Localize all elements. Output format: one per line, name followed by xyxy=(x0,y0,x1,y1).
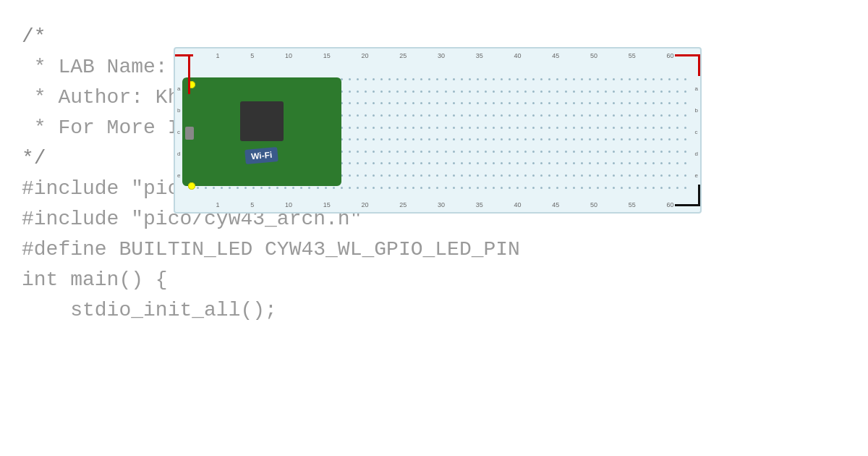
breadboard-hole xyxy=(349,174,351,177)
dot-cell xyxy=(546,158,553,169)
dot-cell xyxy=(482,158,489,169)
dot-cell xyxy=(610,122,617,133)
breadboard-hole xyxy=(380,114,383,117)
dot-cell xyxy=(458,86,465,98)
dot-cell xyxy=(594,110,601,122)
dot-cell xyxy=(578,170,585,182)
dot-cell xyxy=(346,158,353,169)
dot-cell xyxy=(650,182,658,193)
dot-cell xyxy=(674,158,681,169)
breadboard-hole xyxy=(428,162,430,164)
dot-cell xyxy=(658,122,665,133)
dot-cell xyxy=(346,110,353,122)
breadboard-hole xyxy=(420,138,422,140)
breadboard-hole xyxy=(420,174,422,177)
breadboard-hole xyxy=(412,102,414,104)
breadboard-hole xyxy=(317,187,319,189)
dot-cell xyxy=(482,134,489,145)
breadboard-hole xyxy=(597,174,599,177)
breadboard-hole xyxy=(404,138,407,140)
breadboard-hole xyxy=(668,138,671,140)
breadboard-hole xyxy=(445,187,447,189)
wire-red-top-left-horiz xyxy=(175,54,193,56)
breadboard-hole xyxy=(524,127,527,129)
breadboard-hole xyxy=(565,78,567,80)
dot-cell xyxy=(538,74,545,85)
dot-cell xyxy=(554,170,561,182)
breadboard-hole xyxy=(349,138,351,140)
dot-cell xyxy=(370,122,377,133)
breadboard-hole xyxy=(684,90,686,93)
breadboard-hole xyxy=(436,151,438,153)
breadboard-hole xyxy=(613,187,615,189)
dot-cell xyxy=(538,86,545,98)
breadboard-hole xyxy=(453,127,455,129)
breadboard-hole xyxy=(477,78,479,80)
dot-cell xyxy=(578,98,585,109)
breadboard-hole xyxy=(556,162,558,164)
dot-cell xyxy=(490,158,497,169)
breadboard-hole xyxy=(637,151,639,153)
breadboard-hole xyxy=(308,187,310,189)
dot-cell xyxy=(410,122,417,133)
dot-cell xyxy=(362,146,369,158)
dot-cell xyxy=(498,134,505,145)
breadboard-hole xyxy=(684,187,686,189)
breadboard-hole xyxy=(660,127,663,129)
breadboard-hole xyxy=(509,114,511,117)
dot-cell xyxy=(474,74,481,85)
breadboard-hole xyxy=(380,90,383,93)
dot-cell xyxy=(434,182,441,193)
dot-cell xyxy=(362,134,369,145)
dot-cell xyxy=(458,98,465,109)
breadboard-hole xyxy=(349,187,351,189)
breadboard-hole xyxy=(493,78,495,80)
breadboard-hole xyxy=(637,187,639,189)
breadboard-hole xyxy=(629,162,631,164)
pico-w-board: Wi-Fi xyxy=(182,77,341,186)
breadboard-hole xyxy=(365,138,367,140)
breadboard-hole xyxy=(501,114,503,117)
breadboard-container: 15101520 2530354045 505560 15101520 2530… xyxy=(174,47,702,214)
breadboard-hole xyxy=(621,187,623,189)
dot-cell xyxy=(682,134,689,145)
dot-cell xyxy=(402,110,409,122)
breadboard-hole xyxy=(516,78,519,80)
dot-cell xyxy=(418,122,425,133)
breadboard-hole xyxy=(357,138,359,140)
dot-cell xyxy=(650,146,658,158)
dot-cell xyxy=(442,158,449,169)
breadboard-hole xyxy=(573,138,575,140)
wire-black-bottom-right xyxy=(698,185,700,206)
dot-cell xyxy=(650,110,658,122)
breadboard-hole xyxy=(357,174,359,177)
breadboard-hole xyxy=(420,127,422,129)
breadboard-hole xyxy=(477,114,479,117)
breadboard-hole xyxy=(485,90,487,93)
breadboard-hole xyxy=(373,187,375,189)
dot-cell xyxy=(434,134,441,145)
dot-cell xyxy=(650,98,658,109)
dot-cell xyxy=(354,122,361,133)
dot-cell xyxy=(386,182,393,193)
breadboard-hole xyxy=(605,151,607,153)
dot-cell xyxy=(602,98,609,109)
dot-cell xyxy=(650,74,658,85)
breadboard-hole xyxy=(404,90,407,93)
dot-cell xyxy=(370,146,377,158)
dot-cell xyxy=(538,122,545,133)
breadboard-hole xyxy=(445,90,447,93)
breadboard-hole xyxy=(556,151,558,153)
breadboard-hole xyxy=(445,114,447,117)
dot-cell xyxy=(466,98,473,109)
breadboard-hole xyxy=(565,187,567,189)
breadboard-hole xyxy=(668,187,671,189)
dot-cell xyxy=(562,86,569,98)
breadboard-hole xyxy=(493,187,495,189)
dot-cell xyxy=(418,182,425,193)
breadboard-hole xyxy=(357,162,359,164)
dot-cell xyxy=(458,110,465,122)
dot-cell xyxy=(514,98,522,109)
breadboard-hole xyxy=(524,174,527,177)
breadboard-hole xyxy=(613,90,615,93)
